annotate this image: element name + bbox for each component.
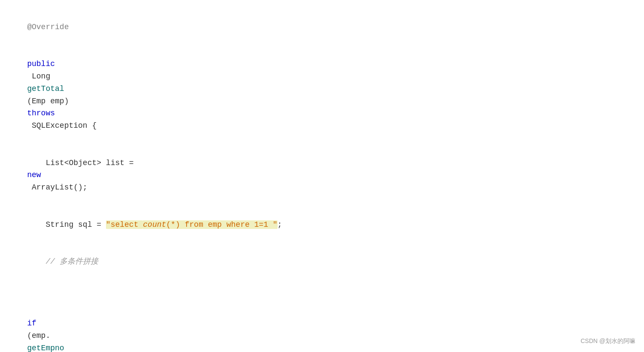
keyword-new: new: [27, 171, 41, 179]
code-line-6: [9, 280, 631, 293]
watermark: CSDN @划水的阿嘛: [581, 336, 635, 346]
code-line-5: // 多条件拼接: [9, 243, 631, 280]
code-line-1: @Override: [9, 9, 631, 45]
method-getEmpno1: getEmpno: [27, 344, 64, 352]
annotation-override: @Override: [27, 23, 69, 31]
code-line-3: List<Object> list = new ArrayList();: [9, 144, 631, 206]
code-line-7: if (emp. getEmpno () != 0 ){: [9, 292, 631, 352]
sql-string: "select: [106, 220, 143, 229]
keyword-if1: if: [27, 319, 36, 328]
comment-multicondition: // 多条件拼接: [27, 257, 98, 266]
sql-count-paren: (*) from emp where 1=1 ": [166, 220, 277, 229]
code-line-2: public Long getTotal (Emp emp) throws SQ…: [9, 45, 631, 144]
method-getTotal: getTotal: [27, 84, 64, 93]
keyword-throws: throws: [27, 109, 55, 117]
code-line-4: String sql = "select count(*) from emp w…: [9, 206, 631, 243]
code-editor: @Override public Long getTotal (Emp emp)…: [0, 0, 644, 352]
sql-count: count: [143, 220, 166, 229]
keyword-public: public: [27, 60, 55, 68]
